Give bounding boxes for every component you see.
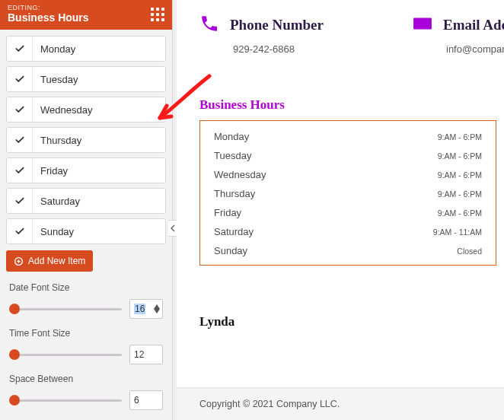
check-icon[interactable] [7, 189, 33, 213]
hours-day: Wednesday [214, 169, 266, 180]
add-button-label: Add New Item [28, 256, 85, 266]
hours-row: Friday9:AM - 6:PM [214, 203, 482, 222]
email-value: info@company.con [413, 43, 504, 55]
hours-time: 9:AM - 6:PM [438, 151, 482, 161]
space-between-slider[interactable] [9, 399, 122, 402]
author-name: Lynda [199, 314, 504, 329]
check-icon[interactable] [7, 128, 33, 152]
space-between-input[interactable]: 6 [129, 390, 163, 410]
day-label: Saturday [33, 189, 165, 213]
hours-day: Tuesday [214, 150, 251, 161]
check-icon[interactable] [7, 97, 33, 122]
time-font-size-slider[interactable] [9, 354, 122, 356]
hours-time: 9:AM - 6:PM [438, 132, 482, 142]
day-label: Wednesday [33, 97, 165, 122]
sidebar-header: EDITING: Business Hours [0, 0, 172, 30]
hours-day: Saturday [214, 226, 254, 237]
check-icon[interactable] [7, 158, 33, 183]
day-row-saturday[interactable]: Saturday [6, 188, 166, 214]
editing-eyebrow: EDITING: [8, 5, 89, 12]
hours-time: 9:AM - 6:PM [438, 208, 482, 218]
space-between-label: Space Between [9, 374, 163, 384]
hours-day: Thursday [214, 188, 255, 199]
check-icon[interactable] [7, 37, 33, 61]
business-hours-heading: Business Hours [199, 97, 504, 113]
date-font-size-value: 16 [134, 304, 145, 314]
phone-heading: Phone Number [230, 17, 324, 33]
hours-row: Thursday9:AM - 6:PM [214, 184, 482, 203]
day-row-wednesday[interactable]: Wednesday [6, 97, 166, 123]
business-hours-box: Monday9:AM - 6:PM Tuesday9:AM - 6:PM Wed… [199, 120, 496, 266]
date-font-size-label: Date Font Size [9, 282, 163, 293]
phone-value: 929-242-6868 [199, 43, 390, 55]
space-between-value: 6 [134, 395, 139, 406]
hours-row: Tuesday9:AM - 6:PM [214, 146, 482, 165]
date-font-size-slider[interactable] [9, 308, 122, 310]
hours-time: 9:AM - 6:PM [438, 170, 482, 180]
number-spinner[interactable] [154, 304, 160, 313]
time-font-size-value: 12 [134, 349, 144, 360]
day-row-friday[interactable]: Friday [6, 158, 166, 183]
date-font-size-input[interactable]: 16 [129, 299, 163, 319]
hours-row: Saturday9:AM - 11:AM [214, 222, 482, 241]
svg-marker-4 [154, 309, 160, 313]
check-icon[interactable] [7, 219, 33, 243]
hours-time: Closed [457, 247, 482, 256]
day-label: Tuesday [33, 67, 165, 91]
day-label: Friday [33, 158, 165, 183]
hours-row: SundayClosed [214, 241, 482, 260]
time-font-size-label: Time Font Size [9, 328, 163, 339]
day-row-thursday[interactable]: Thursday [6, 127, 166, 153]
check-icon[interactable] [7, 67, 33, 91]
day-label: Sunday [33, 219, 165, 243]
hours-day: Monday [214, 131, 249, 142]
time-font-size-input[interactable]: 12 [129, 345, 163, 364]
sidebar-title: Business Hours [8, 12, 89, 24]
hours-time: 9:AM - 11:AM [433, 228, 482, 237]
day-label: Monday [33, 37, 165, 61]
plus-circle-icon [14, 256, 24, 266]
editor-sidebar: EDITING: Business Hours Monday Tuesday [0, 0, 173, 420]
email-heading: Email Add [443, 17, 504, 33]
envelope-icon [413, 14, 432, 36]
day-list: Monday Tuesday Wednesday Thursday Friday [0, 30, 172, 250]
day-row-tuesday[interactable]: Tuesday [6, 66, 166, 92]
phone-icon [199, 14, 219, 36]
day-row-sunday[interactable]: Sunday [6, 218, 166, 244]
page-footer: Copyright © 2021 Company LLC. [177, 387, 504, 420]
hours-day: Sunday [214, 245, 247, 256]
day-label: Thursday [33, 128, 165, 152]
modules-grid-icon[interactable] [151, 8, 164, 21]
hours-day: Friday [214, 207, 241, 218]
day-row-monday[interactable]: Monday [6, 36, 166, 62]
page-preview: Phone Number 929-242-6868 Email Add info… [177, 0, 504, 420]
add-new-item-button[interactable]: Add New Item [6, 250, 93, 272]
hours-row: Wednesday9:AM - 6:PM [214, 165, 482, 184]
hours-time: 9:AM - 6:PM [438, 189, 482, 199]
chevron-left-icon [171, 224, 175, 232]
hours-row: Monday9:AM - 6:PM [214, 127, 482, 146]
